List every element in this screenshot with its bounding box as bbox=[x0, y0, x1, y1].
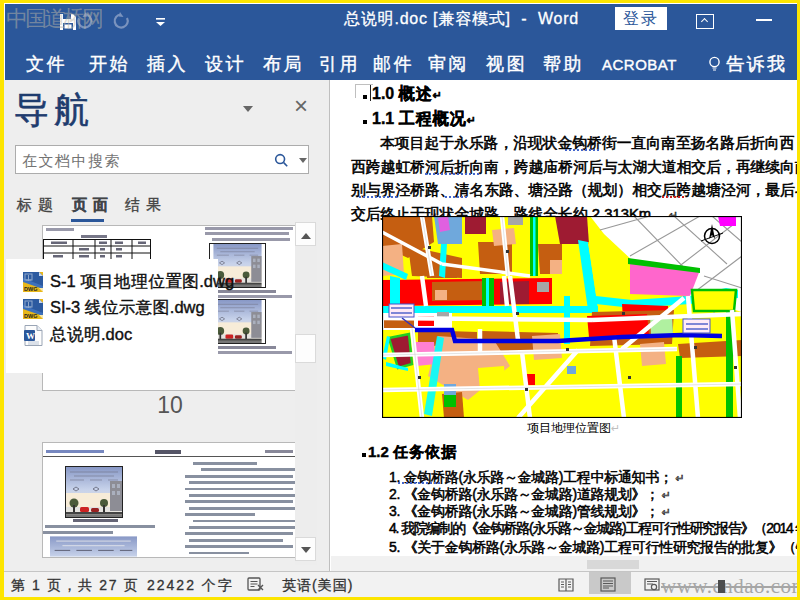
svg-text:DWG: DWG bbox=[24, 286, 37, 292]
svg-text:W: W bbox=[26, 331, 35, 341]
svg-text:DWG: DWG bbox=[24, 313, 37, 319]
